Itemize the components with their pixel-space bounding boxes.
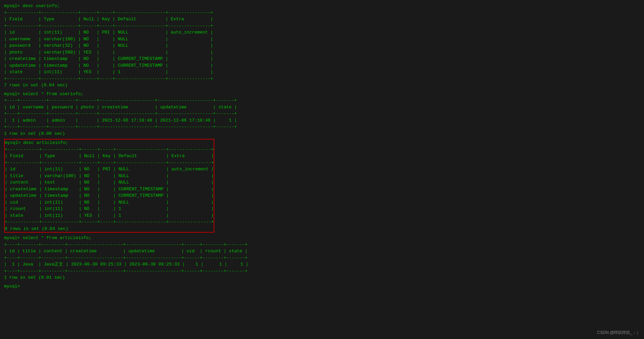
desc-articleinfo-table: +------------+--------------+------+----…: [5, 146, 214, 226]
desc-articleinfo-highlighted: mysql> desc articleinfo; +------------+-…: [4, 139, 214, 233]
select-userinfo-command: mysql> select * from userinfo;: [4, 91, 640, 98]
select-userinfo-section: mysql> select * from userinfo; +----+---…: [4, 91, 640, 137]
terminal: mysql> desc userinfo; +------------+----…: [0, 0, 644, 292]
select-userinfo-rowinfo: 1 row in set (0.00 sec): [4, 130, 640, 137]
watermark: CSDN @哔叽哔叽_；）: [597, 330, 641, 336]
desc-userinfo-command: mysql> desc userinfo;: [4, 3, 640, 9]
desc-userinfo-rowinfo: 7 rows in set (0.04 sec): [4, 82, 640, 89]
select-articleinfo-rowinfo: 1 row in set (0.01 sec): [4, 274, 640, 281]
desc-articleinfo-command: mysql> desc articleinfo;: [5, 140, 214, 146]
select-articleinfo-section: mysql> select * from articleinfo; +----+…: [4, 235, 640, 281]
desc-userinfo-section: mysql> desc userinfo; +------------+----…: [4, 3, 640, 89]
final-prompt: mysql>: [4, 283, 640, 290]
desc-articleinfo-rowinfo: 8 rows in set (0.04 sec): [5, 226, 214, 232]
select-articleinfo-command: mysql> select * from articleinfo;: [4, 235, 640, 241]
desc-userinfo-table: +------------+--------------+------+----…: [4, 9, 640, 82]
select-userinfo-table: +----+----------+----------+-------+----…: [4, 97, 640, 130]
select-articleinfo-table: +----+-------+---------+----------------…: [4, 241, 640, 275]
